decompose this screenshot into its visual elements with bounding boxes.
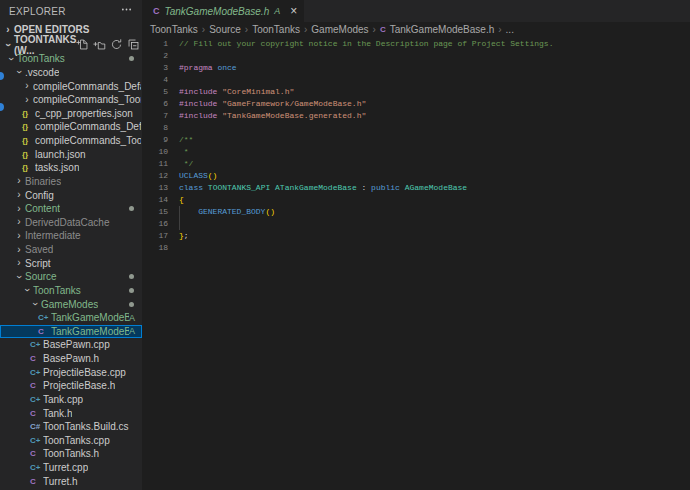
code-line[interactable]: 10 * — [144, 146, 690, 158]
line-number[interactable]: 6 — [144, 98, 168, 110]
tree-item-toontanks[interactable]: ›ToonTanks — [0, 52, 142, 66]
line-number[interactable]: 7 — [144, 110, 168, 122]
more-actions-button[interactable] — [120, 2, 133, 20]
tree-item-compilecommands-defaul-[interactable]: {}compileCommands_Defaul... — [0, 120, 142, 134]
line-number[interactable]: 1 — [144, 38, 168, 50]
tree-item-basepawn-h[interactable]: CBasePawn.h — [0, 352, 142, 366]
tree-item-compilecommands-toonta-[interactable]: {}compileCommands_ToonTa... — [0, 134, 142, 148]
line-number[interactable]: 16 — [144, 218, 168, 230]
h-file-icon: C — [29, 354, 43, 363]
tree-item--vscode[interactable]: ›.vscode — [0, 66, 142, 80]
tree-item-config[interactable]: ›Config — [0, 188, 142, 202]
breadcrumb-item[interactable]: ToonTanks — [252, 24, 300, 35]
tree-item-label: ToonTanks.cpp — [43, 435, 110, 446]
line-number[interactable]: 15 — [144, 206, 168, 218]
line-number[interactable]: 10 — [144, 146, 168, 158]
tree-item-toontanks[interactable]: ›ToonTanks — [0, 284, 142, 298]
code-line[interactable]: 13class TOONTANKS_API ATankGameModeBase … — [144, 182, 690, 194]
tree-item-launch-json[interactable]: {}launch.json — [0, 147, 142, 161]
tree-item-projectilebase-h[interactable]: CProjectileBase.h — [0, 379, 142, 393]
line-number[interactable]: 17 — [144, 230, 168, 242]
code-line[interactable]: 11 */ — [144, 158, 690, 170]
refresh-explorer-button[interactable] — [110, 38, 123, 51]
breadcrumb-item[interactable]: ToonTanks — [150, 24, 198, 35]
ellipsis-icon — [120, 3, 133, 16]
tree-item-content[interactable]: ›Content — [0, 202, 142, 216]
tree-item-deriveddatacache[interactable]: ›DerivedDataCache — [0, 216, 142, 230]
tree-item-basepawn-cpp[interactable]: C+BasePawn.cpp — [0, 338, 142, 352]
vscode-window: EXPLORER › OPEN EDITORS › TOONTANKS (W..… — [0, 0, 690, 490]
code-line[interactable]: 8 — [144, 122, 690, 134]
tree-item-tankgamemodeba-[interactable]: C+TankGameModeBa...A — [0, 311, 142, 325]
code-line[interactable]: 14{ — [144, 194, 690, 206]
code-line[interactable]: 15 GENERATED_BODY() — [144, 206, 690, 218]
tree-item-turret-cpp[interactable]: C+Turret.cpp — [0, 461, 142, 475]
tree-item-toontanks-cpp[interactable]: C+ToonTanks.cpp — [0, 434, 142, 448]
tree-item-tank-cpp[interactable]: C+Tank.cpp — [0, 393, 142, 407]
tree-item-label: ToonTanks — [33, 285, 81, 296]
line-number[interactable]: 14 — [144, 194, 168, 206]
breadcrumb-item[interactable]: Source — [209, 24, 241, 35]
tree-item-toontanks-h[interactable]: CToonTanks.h — [0, 447, 142, 461]
code-line[interactable]: 4 — [144, 74, 690, 86]
code-line-text — [168, 74, 179, 86]
tab-close-button[interactable]: × — [290, 5, 297, 17]
chevron-right-icon: › — [13, 204, 25, 214]
line-number[interactable]: 8 — [144, 122, 168, 134]
tree-item-label: Turret.h — [43, 476, 78, 487]
line-number[interactable]: 12 — [144, 170, 168, 182]
code-line[interactable]: 9/** — [144, 134, 690, 146]
tree-item-binaries[interactable]: ›Binaries — [0, 175, 142, 189]
tree-item-toontanks-build-cs[interactable]: C#ToonTanks.Build.cs — [0, 420, 142, 434]
line-number[interactable]: 18 — [144, 242, 168, 254]
breadcrumb-file[interactable]: TankGameModeBase.h — [390, 24, 495, 35]
line-number[interactable]: 4 — [144, 74, 168, 86]
new-file-button[interactable] — [76, 38, 89, 51]
code-line[interactable]: 3#pragma once — [144, 62, 690, 74]
tab-tankgamemodebase-h[interactable]: C TankGameModeBase.h A × — [144, 0, 304, 22]
tree-item-compilecommands-default[interactable]: ›compileCommands_Default — [0, 79, 142, 93]
code-line[interactable]: 16 — [144, 218, 690, 230]
tree-item-source[interactable]: ›Source — [0, 270, 142, 284]
new-file-icon — [76, 38, 89, 51]
collapse-folders-button[interactable] — [127, 38, 140, 51]
code-line[interactable]: 6#include "GameFramework/GameModeBase.h" — [144, 98, 690, 110]
code-line[interactable]: 18 — [144, 242, 690, 254]
code-line[interactable]: 7#include "TankGameModeBase.generated.h" — [144, 110, 690, 122]
code-editor[interactable]: 1// Fill out your copyright notice in th… — [144, 36, 690, 490]
tree-item-label: c_cpp_properties.json — [35, 108, 133, 119]
breadcrumb-item[interactable]: GameModes — [311, 24, 368, 35]
line-number[interactable]: 11 — [144, 158, 168, 170]
tree-item-tankgamemodeba-[interactable]: CTankGameModeBa...A — [0, 325, 142, 339]
tree-item-tasks-json[interactable]: {}tasks.json — [0, 161, 142, 175]
code-line-text: UCLASS() — [168, 170, 217, 182]
line-number[interactable]: 3 — [144, 62, 168, 74]
tree-item-gamemodes[interactable]: ›GameModes — [0, 297, 142, 311]
line-number[interactable]: 9 — [144, 134, 168, 146]
code-line-text: #pragma once — [168, 62, 237, 74]
tree-item-c-cpp-properties-json[interactable]: {}c_cpp_properties.json — [0, 107, 142, 121]
tree-item-label: ProjectileBase.cpp — [43, 367, 126, 378]
code-line[interactable]: 2 — [144, 50, 690, 62]
breadcrumb-symbol-path[interactable]: ... — [506, 24, 514, 35]
code-line[interactable]: 17}; — [144, 230, 690, 242]
tree-item-saved[interactable]: ›Saved — [0, 243, 142, 257]
tree-item-compilecommands-toonta-[interactable]: ›compileCommands_ToonTa... — [0, 93, 142, 107]
editor-group: C TankGameModeBase.h A × ToonTanks›Sourc… — [144, 0, 690, 490]
tree-item-turret-h[interactable]: CTurret.h — [0, 474, 142, 488]
workspace-section-header[interactable]: › TOONTANKS (W... — [0, 37, 142, 52]
code-line[interactable]: 1// Fill out your copyright notice in th… — [144, 38, 690, 50]
editor-tabs: C TankGameModeBase.h A × — [144, 0, 690, 22]
tree-item-projectilebase-cpp[interactable]: C+ProjectileBase.cpp — [0, 365, 142, 379]
new-folder-button[interactable] — [93, 38, 106, 51]
line-number[interactable]: 5 — [144, 86, 168, 98]
line-number[interactable]: 13 — [144, 182, 168, 194]
tree-item-intermediate[interactable]: ›Intermediate — [0, 229, 142, 243]
code-line[interactable]: 5#include "CoreMinimal.h" — [144, 86, 690, 98]
cs-file-icon: C# — [29, 422, 43, 431]
code-line[interactable]: 12UCLASS() — [144, 170, 690, 182]
line-number[interactable]: 2 — [144, 50, 168, 62]
modified-dot-icon — [129, 56, 134, 61]
tree-item-script[interactable]: ›Script — [0, 256, 142, 270]
tree-item-tank-h[interactable]: CTank.h — [0, 406, 142, 420]
